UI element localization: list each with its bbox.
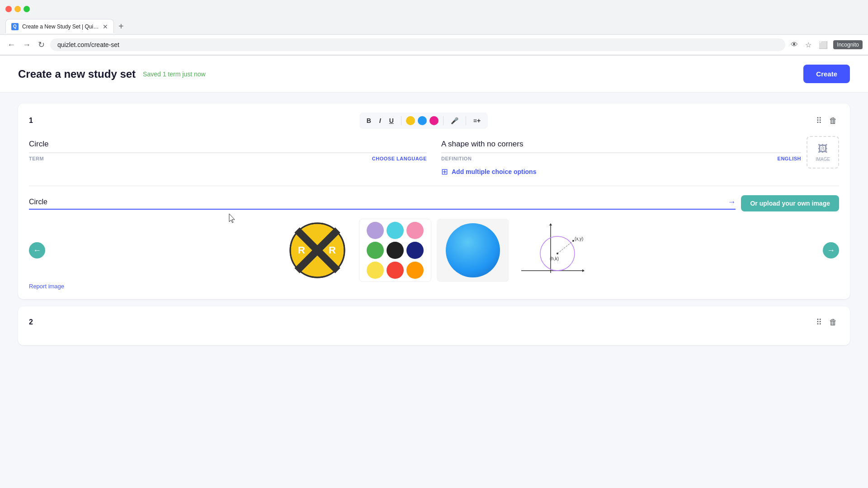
card-2-number: 2 [29,318,33,326]
app-header: Create a new study set Saved 1 term just… [0,56,868,93]
card-1-header: 1 B I U 🎤 ≡+ ⠿ 🗑 [29,113,839,129]
circle-light-pink [406,222,424,239]
card2-reorder-btn[interactable]: ⠿ [814,315,824,329]
circle-light-purple [367,222,384,239]
definition-field: DEFINITION ENGLISH ⊞ Add multiple choice… [441,136,839,177]
italic-btn[interactable]: I [377,115,384,126]
add-mc-text: Add multiple choice options [452,168,536,175]
card-2-actions: ⠿ 🗑 [814,315,839,329]
microphone-btn[interactable]: 🎤 [448,115,461,126]
definition-input[interactable] [441,136,801,153]
add-row-btn[interactable]: ≡+ [471,115,483,126]
address-bar-row: ← → ↻ 👁 ☆ ⬜ Incognito [0,34,868,55]
card-2-header: 2 ⠿ 🗑 [29,315,839,329]
formatting-toolbar: B I U 🎤 ≡+ [359,113,488,129]
reload-btn[interactable]: ↻ [36,38,47,52]
bookmark-icon[interactable]: ☆ [803,39,813,51]
extension-icon[interactable]: ⬜ [817,39,830,51]
term-input[interactable] [29,136,427,153]
term-field-meta: TERM CHOOSE LANGUAGE [29,156,427,161]
add-mc-icon: ⊞ [441,167,448,177]
circle-dark-blue [406,242,424,259]
image-search-input[interactable] [29,198,727,206]
maximize-window-btn[interactable] [24,6,30,12]
forward-btn[interactable]: → [21,38,33,52]
fields-row: TERM CHOOSE LANGUAGE DEFINITION ENGLISH [29,136,839,177]
tab-favicon: Q [11,23,19,30]
reorder-btn[interactable]: ⠿ [814,114,824,127]
window-controls [5,6,30,12]
underline-btn[interactable]: U [387,115,396,126]
svg-marker-9 [549,223,552,225]
browser-toolbar-icons: 👁 ☆ ⬜ Incognito [789,39,863,51]
svg-text:(x,y): (x,y) [575,236,583,241]
image-upload-btn[interactable]: 🖼 IMAGE [807,136,839,169]
toolbar-separator-1 [401,116,401,125]
profile-btn[interactable]: Incognito [833,40,863,49]
svg-text:R: R [329,244,336,256]
image-icon: 🖼 [818,143,828,155]
definition-content: DEFINITION ENGLISH ⊞ Add multiple choice… [441,136,801,177]
search-arrow-icon: → [727,197,736,207]
image-thumb-3[interactable] [437,219,509,282]
address-bar-input[interactable] [50,38,785,51]
flashcard-2: 2 ⠿ 🗑 [18,306,850,345]
active-tab[interactable]: Q Create a New Study Set | Quizle ✕ [5,19,114,33]
back-btn[interactable]: ← [5,38,17,52]
upload-image-btn[interactable]: Or upload your own image [741,195,839,211]
color-blue-btn[interactable] [418,116,427,125]
close-window-btn[interactable] [5,6,12,12]
saved-status: Saved 1 term just now [143,70,206,78]
circle-red [387,262,404,279]
card-1-actions: ⠿ 🗑 [814,114,839,127]
card-1-number: 1 [29,117,33,125]
delete-card-btn[interactable]: 🗑 [827,114,839,127]
term-label: TERM [29,156,44,161]
browser-chrome: Q Create a New Study Set | Quizle ✕ + ← … [0,0,868,56]
circle-orange [406,262,424,279]
english-btn[interactable]: ENGLISH [778,156,801,161]
image-thumb-4[interactable]: (x,y) (h,k) [514,219,587,282]
definition-with-image: DEFINITION ENGLISH ⊞ Add multiple choice… [441,136,839,177]
add-mc-row[interactable]: ⊞ Add multiple choice options [441,167,801,177]
color-circles-grid [363,219,427,282]
circle-cyan [387,222,404,239]
svg-text:R: R [298,244,305,256]
title-bar [0,0,868,18]
tab-title: Create a New Study Set | Quizle [22,23,99,30]
next-image-btn[interactable]: → [823,242,839,258]
definition-label: DEFINITION [441,156,472,161]
bold-btn[interactable]: B [364,115,374,126]
blue-circle-image [446,223,500,277]
card2-delete-btn[interactable]: 🗑 [827,315,839,329]
railroad-sign-svg: R R [288,221,347,280]
image-thumbnails: R R [52,219,816,282]
page-title: Create a new study set [18,68,136,80]
image-btn-label: IMAGE [816,157,830,162]
minimize-window-btn[interactable] [14,6,21,12]
new-tab-btn[interactable]: + [116,21,127,32]
toolbar-separator-2 [443,116,443,125]
svg-text:(h,k): (h,k) [550,256,559,261]
prev-image-btn[interactable]: ← [29,242,45,258]
circle-black [387,242,404,259]
image-search-section: → Or upload your own image ← [29,186,839,290]
tab-close-btn[interactable]: ✕ [103,23,108,30]
definition-field-meta: DEFINITION ENGLISH [441,156,801,161]
circle-yellow [367,262,384,279]
circle-green [367,242,384,259]
math-circle-svg: (x,y) (h,k) [517,221,585,280]
svg-marker-8 [582,269,585,272]
create-button[interactable]: Create [803,65,850,83]
image-search-row: → Or upload your own image [29,195,839,211]
color-pink-btn[interactable] [429,116,439,125]
eye-off-icon[interactable]: 👁 [789,39,800,51]
svg-line-13 [557,241,573,253]
report-image-link[interactable]: Report image [29,283,64,290]
term-field: TERM CHOOSE LANGUAGE [29,136,427,161]
toolbar-separator-3 [466,116,466,125]
image-thumb-1[interactable]: R R [281,219,354,282]
choose-language-btn[interactable]: CHOOSE LANGUAGE [372,156,427,161]
color-yellow-btn[interactable] [406,116,415,125]
image-thumb-2[interactable] [359,219,431,282]
